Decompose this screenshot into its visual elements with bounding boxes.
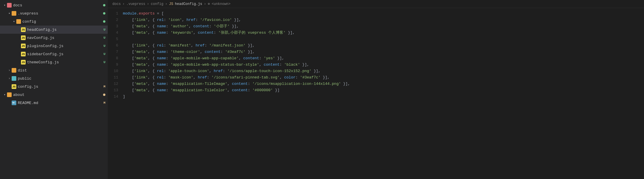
- code-token: [: [123, 24, 134, 28]
- code-token: }],: [286, 31, 295, 35]
- code-token: :: [166, 88, 171, 92]
- code-token: [: [123, 31, 134, 35]
- code-token: color: [284, 75, 296, 80]
- status-badge-m: M: [103, 85, 105, 88]
- code-token: :: [209, 24, 214, 28]
- folder-icon: [12, 68, 16, 73]
- code-token: [: [123, 18, 134, 22]
- sidebar-item-config[interactable]: ▾config: [0, 17, 108, 26]
- js-file-icon: JS: [12, 84, 16, 89]
- status-badge-m: M: [103, 101, 105, 105]
- code-token: .: [137, 11, 139, 16]
- code-token: , {: [148, 88, 157, 92]
- code-token: ,: [239, 56, 243, 60]
- code-token: content: [243, 56, 259, 60]
- sidebar-item-public[interactable]: ›public: [0, 74, 108, 83]
- folder-root-icon: [7, 3, 12, 8]
- code-token: :: [296, 75, 300, 80]
- sidebar-item-label: headConfig.js: [27, 28, 103, 32]
- breadcrumb: docs › .vuepress › config › JS headConfi…: [108, 0, 644, 8]
- code-token: 'meta': [134, 82, 148, 86]
- arrow-icon: ▾: [2, 92, 7, 97]
- code-token: 'icon': [168, 18, 182, 22]
- sidebar-item-configjs[interactable]: JSconfig.jsM: [0, 83, 108, 91]
- line-number: 13: [108, 87, 118, 94]
- code-token: :: [279, 62, 284, 67]
- code-token: ,: [227, 88, 232, 92]
- code-token: ]: [123, 94, 125, 99]
- code-token: :: [196, 18, 200, 22]
- code-token: content: [198, 31, 214, 35]
- code-token: 'link': [134, 43, 148, 48]
- breadcrumb-config: config: [151, 2, 163, 6]
- line-number: 11: [108, 74, 118, 81]
- sidebar-item-vuepress[interactable]: ▾.vuepress: [0, 9, 108, 17]
- status-badge-u: U: [103, 44, 105, 48]
- sidebar-item-pluginsConfig[interactable]: JSpluginsConfig.jsU: [0, 42, 108, 50]
- code-token: }],: [230, 24, 239, 28]
- sidebar-item-dist[interactable]: ›dist: [0, 66, 108, 74]
- code-line: ['meta', { name: 'msapplication-TileImag…: [123, 81, 644, 87]
- sidebar-item-about[interactable]: ▾about: [0, 91, 108, 99]
- code-token: rel: [157, 75, 164, 80]
- code-token: :: [164, 75, 168, 80]
- code-token: [: [123, 82, 134, 86]
- line-number: 2: [108, 17, 118, 23]
- code-token: name: [157, 50, 166, 54]
- code-token: 'keywords': [171, 31, 193, 35]
- code-line: module.exports = [: [123, 10, 644, 17]
- status-dot-green: [103, 12, 105, 15]
- sidebar-item-label: .vuepress: [18, 11, 103, 16]
- sidebar-item-themeConfig[interactable]: JSthemeConfig.jsU: [0, 58, 108, 66]
- code-token: 'meta': [134, 50, 148, 54]
- sidebar-item-label: sidebarConfig.js: [27, 52, 103, 56]
- code-token: name: [157, 62, 166, 67]
- code-token: 'author': [171, 24, 189, 28]
- line-number: 1: [108, 10, 118, 17]
- code-line: ['link', { rel: 'mask-icon', href: '/ico…: [123, 74, 644, 81]
- code-token: ,: [209, 69, 214, 73]
- code-line: ['link', { rel: 'apple-touch-icon', href…: [123, 68, 644, 74]
- sidebar-item-navConfig[interactable]: JSnavConfig.jsU: [0, 34, 108, 42]
- code-token: }],: [275, 56, 284, 60]
- code-token: 'mask-icon': [168, 75, 193, 80]
- code-token: :: [164, 43, 168, 48]
- js-file-icon: JS: [21, 52, 26, 56]
- code-token: rel: [157, 69, 164, 73]
- code-token: ,: [200, 50, 205, 54]
- code-token: 'apple-mobile-web-app-capable': [171, 56, 239, 60]
- code-token: content: [193, 24, 209, 28]
- code-token: ,: [227, 82, 232, 86]
- code-token: :: [166, 24, 171, 28]
- code-token: rel: [157, 18, 164, 22]
- sidebar-item-label: README.md: [18, 101, 103, 105]
- sidebar-item-readme[interactable]: M↓README.mdM: [0, 99, 108, 107]
- code-token: name: [157, 24, 166, 28]
- line-number: 10: [108, 68, 118, 74]
- sidebar-item-label: dist: [18, 68, 108, 73]
- arrow-icon: ▾: [7, 11, 12, 16]
- sidebar-item-label: themeConfig.js: [27, 60, 103, 65]
- code-token: ,: [193, 75, 198, 80]
- code-token: href: [214, 69, 223, 73]
- code-token: :: [164, 69, 168, 73]
- sidebar-item-docs[interactable]: ▾docs: [0, 1, 108, 9]
- code-token: href: [186, 18, 195, 22]
- sidebar-item-headConfig[interactable]: JSheadConfig.jsU: [0, 26, 108, 34]
- code-token: , {: [148, 31, 157, 35]
- breadcrumb-docs: docs: [112, 2, 121, 6]
- code-token: content: [264, 62, 280, 67]
- folder-icon: [16, 19, 21, 24]
- line-number: 14: [108, 94, 118, 100]
- sidebar-item-label: navConfig.js: [27, 36, 103, 40]
- code-token: 'meta': [134, 56, 148, 60]
- status-dot-green: [103, 4, 105, 6]
- code-token: name: [157, 82, 166, 86]
- code-line: ]: [123, 94, 644, 100]
- sidebar-item-label: docs: [13, 3, 103, 8]
- sidebar-item-sidebarConfig[interactable]: JSsidebarConfig.jsU: [0, 50, 108, 58]
- code-token: name: [157, 31, 166, 35]
- code-token: 'link': [134, 18, 148, 22]
- js-file-icon: JS: [21, 35, 26, 40]
- folder-icon: [7, 92, 12, 97]
